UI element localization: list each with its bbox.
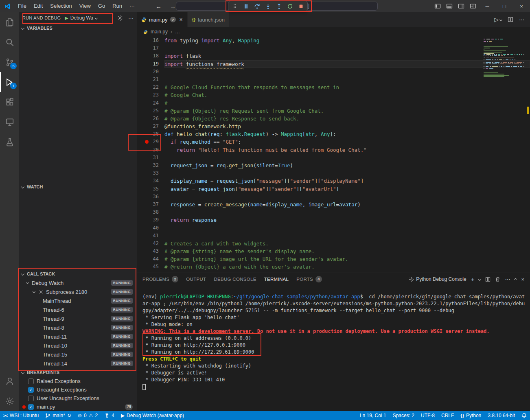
checkbox[interactable]: ✓: [28, 387, 34, 393]
code-line[interactable]: 36: [137, 193, 530, 201]
line-gutter[interactable]: 29: [137, 138, 164, 146]
line-gutter[interactable]: 37: [137, 201, 164, 208]
maximize-button[interactable]: □: [496, 0, 513, 12]
watch-section-header[interactable]: WATCH: [19, 182, 137, 191]
call-stack-row[interactable]: Thread-9RUNNING: [19, 314, 137, 323]
cursor-position[interactable]: Ln 19, Col 1: [357, 413, 390, 418]
activity-explorer[interactable]: [0, 12, 19, 32]
nav-back-icon[interactable]: ←: [155, 3, 162, 10]
breadcrumb-symbol[interactable]: …: [175, 29, 180, 35]
language-mode[interactable]: {} Python: [457, 413, 484, 418]
menu-file[interactable]: File: [14, 0, 30, 12]
notifications-bell[interactable]: [518, 413, 530, 418]
terminal-output[interactable]: (env) pierrick@LAPTOP-HKU5PNNG:~/git/goo…: [137, 285, 530, 411]
code-line[interactable]: 29 if req.method == "GET":: [137, 138, 530, 146]
call-stack-row[interactable]: Thread-6RUNNING: [19, 305, 137, 314]
toggle-panel-icon[interactable]: [446, 3, 453, 9]
code-line[interactable]: 30 return "Hello! This function must be …: [137, 146, 530, 154]
breakpoint-row[interactable]: ✓Uncaught Exceptions: [19, 385, 137, 394]
menu-edit[interactable]: Edit: [30, 0, 46, 12]
breadcrumb-file[interactable]: main.py: [151, 29, 168, 35]
menu-run[interactable]: Run: [109, 0, 126, 12]
call-stack-row[interactable]: Debug WatchRUNNING: [19, 278, 137, 287]
stop-button[interactable]: [297, 2, 304, 10]
line-gutter[interactable]: 31: [137, 154, 164, 162]
editor[interactable]: 16from typing import Any, Mapping1718imp…: [137, 37, 530, 273]
code-line[interactable]: 32 request_json = req.get_json(silent=Tr…: [137, 162, 530, 169]
line-gutter[interactable]: 36: [137, 193, 164, 201]
step-over-button[interactable]: [253, 2, 261, 10]
line-gutter[interactable]: 38: [137, 208, 164, 216]
step-into-button[interactable]: [264, 2, 272, 10]
code-line[interactable]: 20: [137, 68, 530, 76]
tab-main-py[interactable]: main.py 2 ×: [137, 12, 188, 27]
forwarded-ports[interactable]: 4: [101, 411, 118, 420]
line-gutter[interactable]: 43: [137, 247, 164, 255]
line-gutter[interactable]: 22: [137, 83, 164, 91]
git-branch[interactable]: main* ↻: [42, 411, 74, 420]
pause-button[interactable]: [242, 2, 250, 10]
activity-run-debug[interactable]: 1: [0, 72, 19, 92]
editor-more-icon[interactable]: ⋯: [519, 17, 524, 23]
line-gutter[interactable]: 16: [137, 37, 164, 44]
debug-session-status[interactable]: ▶ Debug Watch (avatar-app): [118, 411, 187, 420]
tab-debug-console[interactable]: DEBUG CONSOLE: [214, 273, 256, 285]
call-stack-row[interactable]: Thread-11RUNNING: [19, 332, 137, 341]
nav-forward-icon[interactable]: →: [170, 3, 176, 10]
line-gutter[interactable]: 39: [137, 216, 164, 224]
sync-icon[interactable]: ↻: [67, 413, 71, 418]
line-gutter[interactable]: 27: [137, 122, 164, 130]
code-line[interactable]: 25# @param {Object} req Request sent fro…: [137, 107, 530, 115]
tab-ports[interactable]: PORTS 4: [296, 273, 322, 285]
toggle-sidebar-icon[interactable]: [434, 3, 441, 9]
remote-indicator[interactable]: >< WSL: Ubuntu: [0, 411, 42, 420]
code-line[interactable]: 45# @return {Object} a card with the use…: [137, 263, 530, 271]
code-line[interactable]: 16from typing import Any, Mapping: [137, 37, 530, 44]
line-gutter[interactable]: 25: [137, 107, 164, 115]
line-gutter[interactable]: 41: [137, 232, 164, 240]
gear-icon[interactable]: [117, 15, 123, 21]
call-stack-row[interactable]: Thread-8RUNNING: [19, 323, 137, 332]
code-line[interactable]: 39 return response: [137, 216, 530, 224]
tab-output[interactable]: OUTPUT: [186, 273, 206, 285]
line-gutter[interactable]: 44: [137, 255, 164, 263]
call-stack-row[interactable]: MainThreadRUNNING: [19, 296, 137, 305]
checkbox[interactable]: [28, 378, 34, 384]
checkbox[interactable]: [28, 396, 34, 401]
line-gutter[interactable]: 34: [137, 177, 164, 185]
drag-grip-icon[interactable]: [231, 2, 239, 10]
line-gutter[interactable]: 18: [137, 52, 164, 60]
code-line[interactable]: 41: [137, 232, 530, 240]
step-out-button[interactable]: [275, 2, 283, 10]
close-window-button[interactable]: ×: [513, 0, 530, 12]
python-interpreter[interactable]: 3.8.10 64-bit: [484, 413, 518, 418]
line-gutter[interactable]: 33: [137, 169, 164, 177]
start-debug-icon[interactable]: ▶: [65, 15, 68, 21]
menu-go[interactable]: Go: [94, 0, 109, 12]
activity-testing[interactable]: [0, 132, 19, 152]
tab-terminal[interactable]: TERMINAL: [264, 273, 289, 285]
line-gutter[interactable]: 32: [137, 162, 164, 169]
activity-remote-explorer[interactable]: [0, 112, 19, 132]
code-line[interactable]: 38: [137, 208, 530, 216]
code-line[interactable]: 33: [137, 169, 530, 177]
line-gutter[interactable]: 45: [137, 263, 164, 271]
minimize-button[interactable]: ─: [479, 0, 496, 12]
sidebar-more-icon[interactable]: ⋯: [128, 15, 134, 21]
code-line[interactable]: 34 display_name = request_json["message"…: [137, 177, 530, 185]
line-gutter[interactable]: 30: [137, 146, 164, 154]
eol-selector[interactable]: CRLF: [438, 413, 457, 418]
code-line[interactable]: 35 avatar = request_json["message"]["sen…: [137, 185, 530, 193]
breakpoint-dot[interactable]: [145, 140, 149, 144]
tab-problems[interactable]: PROBLEMS 2: [142, 273, 178, 285]
checkbox[interactable]: ✓: [28, 404, 34, 410]
kill-terminal-icon[interactable]: [495, 277, 500, 282]
menu-more[interactable]: ⋯: [126, 0, 138, 12]
panel-more-icon[interactable]: ⋯: [505, 276, 510, 282]
activity-source-control[interactable]: 5: [0, 52, 19, 72]
tab-launch-json[interactable]: {} launch.json: [188, 12, 230, 27]
code-line[interactable]: 22# Google Cloud Function that responds …: [137, 83, 530, 91]
line-gutter[interactable]: 23: [137, 91, 164, 99]
line-gutter[interactable]: 24: [137, 99, 164, 107]
breakpoint-row[interactable]: ✓main.py29: [19, 402, 137, 411]
